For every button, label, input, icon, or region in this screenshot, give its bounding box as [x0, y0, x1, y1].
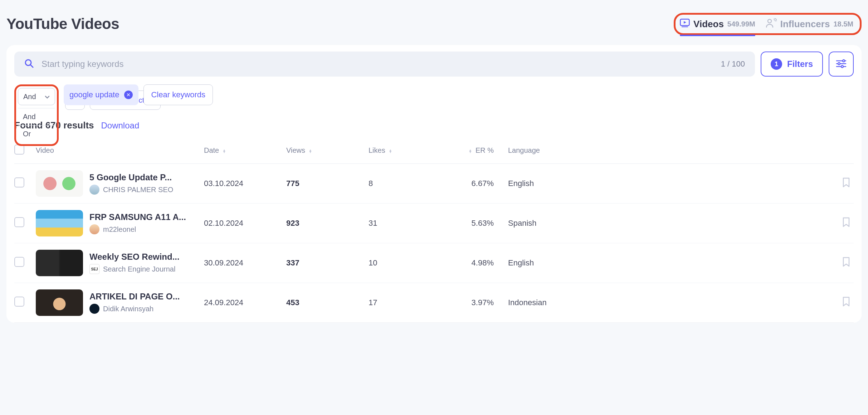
- video-title[interactable]: FRP SAMSUNG A11 A...: [89, 212, 186, 222]
- keyword-chip-label: google update: [69, 90, 119, 99]
- cell-er: 5.63%: [447, 204, 508, 243]
- channel-name: Search Engine Journal: [103, 265, 175, 273]
- row-checkbox[interactable]: [14, 217, 24, 227]
- search-counter: 1 / 100: [721, 59, 745, 69]
- video-thumbnail[interactable]: [36, 170, 83, 197]
- cell-likes: 8: [369, 164, 447, 204]
- sliders-icon: [836, 59, 847, 69]
- sort-icon: ▲▼: [309, 149, 312, 153]
- search-box[interactable]: 1 / 100: [14, 52, 755, 77]
- filter-settings-button[interactable]: [829, 52, 854, 77]
- cell-views: 923: [286, 204, 369, 243]
- video-thumbnail[interactable]: [36, 289, 83, 316]
- channel-link[interactable]: Didik Arwinsyah: [89, 304, 180, 314]
- channel-name: m22leonel: [103, 225, 136, 234]
- sort-icon: ▲▼: [468, 149, 472, 153]
- cell-language: English: [508, 164, 601, 204]
- channel-name: CHRIS PALMER SEO: [103, 186, 173, 194]
- sort-icon: ▲▼: [389, 149, 392, 153]
- channel-avatar: [89, 185, 99, 195]
- cell-likes: 31: [369, 204, 447, 243]
- svg-point-3: [25, 60, 31, 65]
- row-checkbox[interactable]: [14, 297, 24, 307]
- tab-videos-label: Videos: [693, 19, 724, 30]
- svg-point-8: [838, 63, 840, 65]
- row-checkbox[interactable]: [14, 177, 24, 187]
- influencers-icon: [766, 18, 777, 30]
- svg-rect-1: [682, 26, 688, 27]
- search-icon: [24, 59, 34, 69]
- svg-point-10: [841, 65, 843, 68]
- svg-point-2: [768, 19, 771, 23]
- row-checkbox[interactable]: [14, 257, 24, 267]
- cell-date: 02.10.2024: [204, 204, 286, 243]
- cell-er: 6.67%: [447, 164, 508, 204]
- tab-influencers[interactable]: Influencers 18.5M: [766, 18, 853, 30]
- page-title: YouTube Videos: [6, 15, 119, 33]
- tab-videos[interactable]: Videos 549.99M: [680, 19, 755, 30]
- logic-selected-value: And: [23, 93, 36, 101]
- bookmark-icon[interactable]: [842, 299, 850, 308]
- cell-views: 775: [286, 164, 369, 204]
- channel-link[interactable]: m22leonel: [89, 224, 186, 234]
- bookmark-icon[interactable]: [842, 180, 850, 189]
- table-row: 5 Google Update P...CHRIS PALMER SEO03.1…: [14, 164, 854, 204]
- channel-avatar: [89, 224, 99, 234]
- bookmark-icon[interactable]: [842, 260, 850, 269]
- channel-avatar: SEJ: [89, 264, 99, 274]
- cell-language: Indonesian: [508, 283, 601, 323]
- channel-avatar: [89, 304, 99, 314]
- svg-line-4: [31, 65, 33, 67]
- table-row: FRP SAMSUNG A11 A...m22leonel02.10.20249…: [14, 204, 854, 243]
- channel-name: Didik Arwinsyah: [103, 305, 153, 313]
- cell-language: English: [508, 243, 601, 283]
- filters-label: Filters: [787, 59, 813, 69]
- tab-influencers-label: Influencers: [780, 19, 830, 30]
- filters-count-badge: 1: [771, 58, 782, 70]
- chevron-down-icon: [45, 93, 50, 101]
- video-icon: [680, 19, 690, 29]
- logic-option-and[interactable]: And: [18, 108, 55, 125]
- cell-language: Spanish: [508, 204, 601, 243]
- video-title[interactable]: Weekly SEO Rewind...: [89, 252, 180, 262]
- results-table: Video Date ▲▼ Views ▲▼ Likes ▲▼ ▲▼ ER % …: [14, 137, 854, 323]
- cell-er: 4.98%: [447, 243, 508, 283]
- cell-likes: 17: [369, 283, 447, 323]
- video-thumbnail[interactable]: [36, 250, 83, 276]
- video-thumbnail[interactable]: [36, 210, 83, 236]
- cell-date: 30.09.2024: [204, 243, 286, 283]
- bookmark-icon[interactable]: [842, 220, 850, 229]
- table-row: ARTIKEL DI PAGE O...Didik Arwinsyah24.09…: [14, 283, 854, 323]
- chip-remove-icon[interactable]: ✕: [124, 91, 133, 99]
- keyword-chip: google update ✕: [64, 84, 138, 105]
- clear-keywords-button[interactable]: Clear keywords: [143, 84, 213, 105]
- logic-option-or[interactable]: Or: [18, 125, 55, 142]
- logic-dropdown-highlight-box: And And Or: [14, 84, 59, 146]
- select-all-checkbox[interactable]: [14, 145, 24, 155]
- search-input[interactable]: [42, 59, 713, 69]
- main-panel: 1 / 100 1 Filters And And Or: [6, 45, 862, 323]
- video-title[interactable]: 5 Google Update P...: [89, 172, 173, 182]
- cell-views: 453: [286, 283, 369, 323]
- cell-date: 03.10.2024: [204, 164, 286, 204]
- tab-videos-count: 549.99M: [727, 20, 755, 28]
- channel-link[interactable]: CHRIS PALMER SEO: [89, 185, 173, 195]
- cell-likes: 10: [369, 243, 447, 283]
- cell-date: 24.09.2024: [204, 283, 286, 323]
- svg-point-6: [843, 60, 845, 62]
- tabs-highlight-box: Videos 549.99M Influencers 18.5M: [674, 13, 862, 35]
- cell-views: 337: [286, 243, 369, 283]
- tab-influencers-count: 18.5M: [833, 20, 853, 28]
- logic-operator-select[interactable]: And: [18, 88, 55, 105]
- video-title[interactable]: ARTIKEL DI PAGE O...: [89, 292, 180, 302]
- table-row: Weekly SEO Rewind...SEJSearch Engine Jou…: [14, 243, 854, 283]
- sort-icon: ▲▼: [223, 149, 226, 153]
- filters-button[interactable]: 1 Filters: [761, 52, 823, 77]
- cell-er: 3.97%: [447, 283, 508, 323]
- channel-link[interactable]: SEJSearch Engine Journal: [89, 264, 180, 274]
